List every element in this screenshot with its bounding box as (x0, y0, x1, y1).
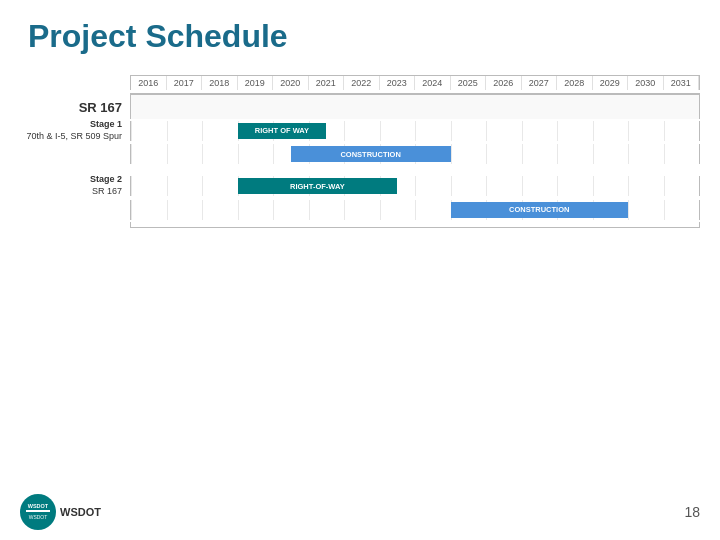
gantt-row: CONSTRUCTION (20, 199, 700, 221)
chart-area: 2016201720182019202020212022202320242025… (20, 75, 700, 228)
gantt-bar: CONSTRUCTION (451, 202, 629, 218)
year-label: 2030 (628, 76, 664, 90)
year-label: 2026 (486, 76, 522, 90)
year-label: 2024 (415, 76, 451, 90)
year-label: 2027 (522, 76, 558, 90)
svg-text:WSDOT: WSDOT (29, 514, 48, 520)
section-bar-area (130, 95, 700, 119)
year-label: 2023 (380, 76, 416, 90)
section-header: SR 167 (20, 95, 700, 119)
bars-area: RIGHT-OF-WAY (130, 176, 700, 196)
year-label: 2029 (593, 76, 629, 90)
page-title: Project Schedule (0, 0, 720, 65)
year-label: 2016 (131, 76, 167, 90)
gantt-row: Stage 170th & I-5, SR 509 SpurRIGHT OF W… (20, 119, 700, 142)
gantt-container: SR 167Stage 170th & I-5, SR 509 SpurRIGH… (20, 95, 700, 228)
gantt-row: Stage 2SR 167RIGHT-OF-WAY (20, 174, 700, 197)
svg-rect-2 (26, 510, 50, 512)
wsdot-logo: WSDOTWSDOT WSDOT (20, 494, 101, 530)
page-number: 18 (684, 504, 700, 520)
year-label: 2019 (238, 76, 274, 90)
section-label: SR 167 (20, 100, 130, 115)
year-label: 2028 (557, 76, 593, 90)
svg-text:WSDOT: WSDOT (28, 503, 49, 509)
bars-area: RIGHT OF WAY (130, 121, 700, 141)
wsdot-circle-icon: WSDOTWSDOT (20, 494, 56, 530)
year-label: 2022 (344, 76, 380, 90)
row-label: Stage 2SR 167 (20, 174, 130, 197)
wsdot-label: WSDOT (60, 506, 101, 518)
gantt-bar: RIGHT OF WAY (238, 123, 327, 139)
year-label: 2020 (273, 76, 309, 90)
footer: WSDOTWSDOT WSDOT 18 (20, 494, 700, 530)
row-label: Stage 170th & I-5, SR 509 Spur (20, 119, 130, 142)
year-label: 2017 (167, 76, 203, 90)
year-label: 2021 (309, 76, 345, 90)
bars-area: CONSTRUCTION (130, 200, 700, 220)
bars-area: CONSTRUCTION (130, 144, 700, 164)
gantt-bar: CONSTRUCTION (291, 146, 451, 162)
year-label: 2018 (202, 76, 238, 90)
year-label: 2025 (451, 76, 487, 90)
gantt-bar: RIGHT-OF-WAY (238, 178, 398, 194)
gantt-row: CONSTRUCTION (20, 143, 700, 165)
year-label: 2031 (664, 76, 700, 90)
